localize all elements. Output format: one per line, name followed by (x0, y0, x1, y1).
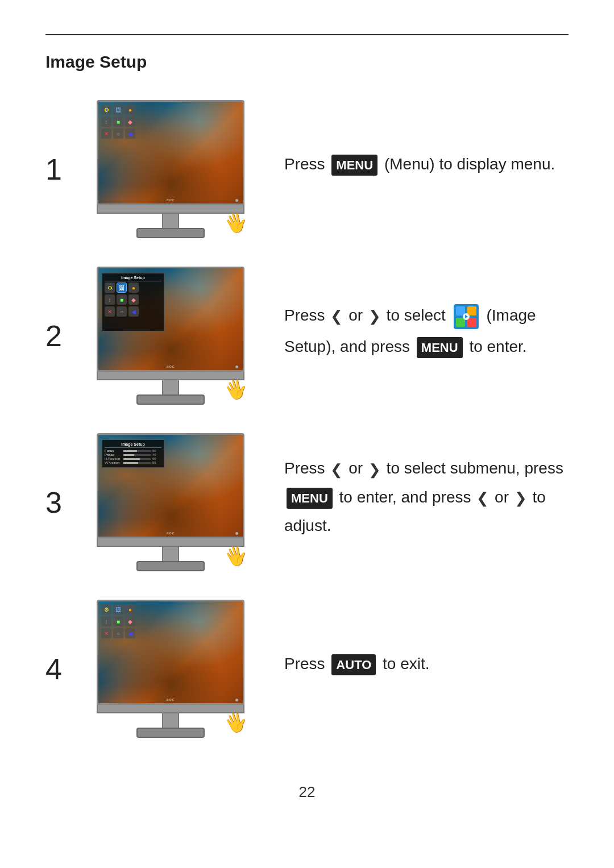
monitor-neck-2 (162, 380, 179, 394)
monitor-4: ⚙ 🖼 ● ↕ ■ ◆ ✕ ○ ◀ aoc (85, 594, 256, 738)
monitor-base-3 (136, 561, 205, 571)
setup-label-2: Setup), and press (284, 338, 414, 355)
adjust-label-3: adjust. (284, 517, 331, 534)
icon-cell: ⚙ (105, 283, 115, 293)
icon-grid-4: ⚙ 🖼 ● ↕ ■ ◆ ✕ ○ ◀ (101, 604, 135, 650)
osd-menu-2: Image Setup ⚙ 🖼 ● ↕ ■ ◆ ✕ ○ ◀ (102, 273, 164, 331)
monitor-screen-4: ⚙ 🖼 ● ↕ ■ ◆ ✕ ○ ◀ aoc (98, 601, 243, 703)
monitor-bottom-1 (97, 205, 244, 214)
monitor-3: Image Setup Focus 50 Phase 40 (85, 427, 256, 571)
osd-bar (123, 462, 151, 464)
monitor-bottom-3 (97, 538, 244, 547)
monitor-neck-1 (162, 214, 179, 228)
steps-container: 1 ⚙ 🖼 ● ↕ ■ ◆ ✕ ○ (45, 94, 569, 761)
enter-label-3: to enter, and press (339, 488, 476, 506)
osd-bar (123, 450, 151, 452)
icon-cell: ■ (113, 117, 123, 127)
svg-rect-4 (467, 318, 476, 327)
monitor-base-1 (136, 228, 205, 238)
exit-label-4: to exit. (383, 655, 429, 672)
icon-grid-2: ⚙ 🖼 ● ↕ ■ ◆ ✕ ○ ◀ (105, 283, 161, 329)
monitor-bottom-2 (97, 372, 244, 380)
step-desc-4: Press AUTO to exit. (284, 652, 569, 680)
osd-item-vposition: V.Position 55 (105, 461, 161, 464)
monitor-screen-3: Image Setup Focus 50 Phase 40 (98, 435, 243, 537)
monitor-screen-2: Image Setup ⚙ 🖼 ● ↕ ■ ◆ ✕ ○ ◀ (98, 268, 243, 370)
submenu-label-3: to select submenu, press (387, 459, 563, 477)
arrow-left-3b: ❮ (476, 487, 489, 509)
aoc-logo-2: aoc (167, 364, 175, 368)
menu-badge-1: MENU (331, 155, 377, 176)
icon-cell: ◆ (128, 294, 139, 305)
icon-cell: ⚙ (101, 105, 111, 115)
or-label-2: or (349, 306, 367, 324)
auto-badge-4: AUTO (331, 654, 376, 675)
monitor-dot-1 (235, 199, 238, 202)
menu-desc-1: (Menu) to display menu. (384, 155, 555, 173)
image-label-2: (Image (486, 306, 536, 324)
step-desc-1: Press MENU (Menu) to display menu. (284, 152, 569, 181)
osd-bar (123, 458, 151, 460)
svg-rect-2 (467, 306, 476, 315)
icon-cell: ✕ (101, 128, 111, 139)
icon-cell: 🖼 (117, 283, 127, 293)
menu-badge-2: MENU (417, 337, 463, 358)
icon-cell: ✕ (105, 306, 115, 317)
icon-cell: ○ (113, 128, 123, 139)
icon-cell: ○ (113, 628, 123, 638)
arrow-left-2: ❮ (330, 305, 343, 327)
menu-badge-3: MENU (287, 488, 333, 509)
aoc-logo-4: aoc (167, 697, 175, 701)
monitor-1: ⚙ 🖼 ● ↕ ■ ◆ ✕ ○ ◀ aoc (85, 94, 256, 238)
icon-cell: ⚙ (101, 604, 111, 614)
or-label-3a: or (349, 459, 367, 477)
or-label-3b: or (495, 488, 513, 506)
arrow-right-2: ❯ (368, 305, 381, 327)
monitor-body-1: ⚙ 🖼 ● ↕ ■ ◆ ✕ ○ ◀ aoc (97, 100, 244, 205)
press-label-3a: Press (284, 459, 329, 477)
monitor-neck-4 (162, 713, 179, 728)
arrow-right-3b: ❯ (515, 487, 527, 509)
page-number: 22 (45, 783, 569, 801)
arrow-right-3a: ❯ (368, 459, 381, 481)
monitor-neck-3 (162, 547, 179, 561)
monitor-body-4: ⚙ 🖼 ● ↕ ■ ◆ ✕ ○ ◀ aoc (97, 600, 244, 705)
monitor-dot-4 (235, 699, 238, 701)
icon-grid-1: ⚙ 🖼 ● ↕ ■ ◆ ✕ ○ ◀ (101, 105, 135, 151)
osd-menu-3: Image Setup Focus 50 Phase 40 (102, 439, 164, 468)
step-number-4: 4 (45, 646, 85, 686)
step-number-3: 3 (45, 480, 85, 520)
icon-cell: ● (125, 604, 135, 614)
step-row-3: 3 Image Setup Focus 50 (45, 427, 569, 571)
osd-item-focus: Focus 50 (105, 449, 161, 452)
osd-title-2: Image Setup (105, 276, 161, 281)
icon-cell: ◀ (128, 306, 139, 317)
aoc-logo-1: aoc (167, 198, 175, 202)
icon-cell: ○ (117, 306, 127, 317)
monitor-base-4 (136, 728, 205, 738)
icon-cell: ◀ (125, 128, 135, 139)
press-label-1: Press (284, 155, 329, 173)
press-label-4: Press (284, 655, 329, 672)
monitor-2: Image Setup ⚙ 🖼 ● ↕ ■ ◆ ✕ ○ ◀ (85, 261, 256, 405)
monitor-body-2: Image Setup ⚙ 🖼 ● ↕ ■ ◆ ✕ ○ ◀ (97, 267, 244, 372)
svg-rect-3 (456, 318, 465, 327)
top-divider (45, 34, 569, 35)
monitor-bottom-4 (97, 705, 244, 713)
step-row-1: 1 ⚙ 🖼 ● ↕ ■ ◆ ✕ ○ (45, 94, 569, 238)
osd-title-3: Image Setup (105, 442, 161, 448)
icon-cell: ◆ (125, 616, 135, 626)
icon-cell: ◆ (125, 117, 135, 127)
enter-label-2: to enter. (469, 338, 526, 355)
step-number-1: 1 (45, 147, 85, 186)
icon-cell: ● (125, 105, 135, 115)
monitor-base-2 (136, 394, 205, 405)
icon-cell: ◀ (125, 628, 135, 638)
osd-item-phase: Phase 40 (105, 453, 161, 456)
icon-cell: ↕ (101, 616, 111, 626)
icon-cell: ● (128, 283, 139, 293)
to-select-2: to select (387, 306, 450, 324)
arrow-left-3a: ❮ (330, 459, 343, 481)
to-label-3: to (533, 488, 546, 506)
aoc-logo-3: aoc (167, 531, 175, 535)
